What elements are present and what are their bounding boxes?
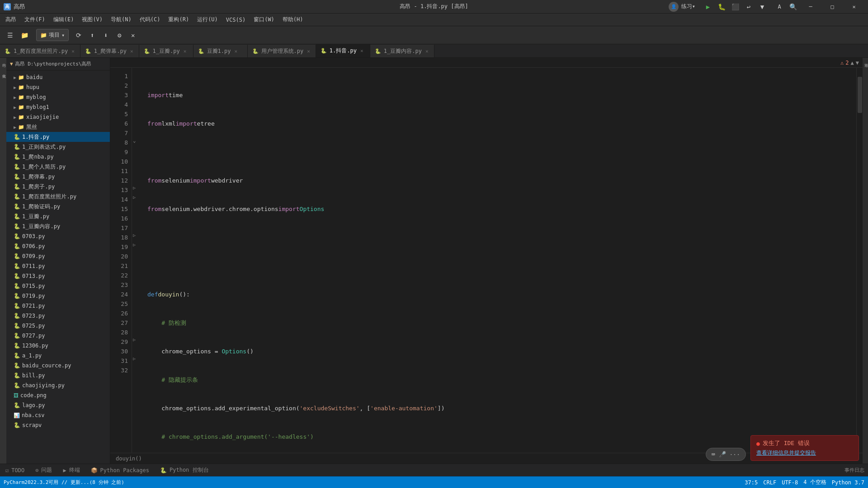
tree-file-0721[interactable]: 🐍 0721.py xyxy=(6,301,110,311)
tree-file-douyin[interactable]: 🐍 1.抖音.py xyxy=(6,132,110,142)
toolbar-practice-btn[interactable]: 练习▾ xyxy=(681,3,695,10)
collapse-btn[interactable]: ⬆ xyxy=(86,29,99,42)
tree-file-code-png[interactable]: 🖼 code.png xyxy=(6,390,110,400)
more-run-button[interactable]: ▼ xyxy=(756,0,769,13)
tree-folder-baidu[interactable]: ▶ 📁 baidu xyxy=(6,72,110,82)
search-button[interactable]: 🔍 xyxy=(787,0,799,13)
tab-close-2[interactable]: ✕ xyxy=(129,48,134,55)
minimize-button[interactable]: ─ xyxy=(800,0,821,14)
sync-btn[interactable]: ⟳ xyxy=(72,29,85,42)
tab-douban-content[interactable]: 🐍 1_豆瓣内容.py ✕ xyxy=(370,45,434,57)
tree-file-lago[interactable]: 🐍 lago.py xyxy=(6,400,110,410)
menu-navigate[interactable]: 导航(N) xyxy=(107,14,135,25)
menu-refactor[interactable]: 重构(R) xyxy=(165,14,193,25)
error-nav-down[interactable]: ▼ xyxy=(856,60,859,66)
settings-btn[interactable]: ⚙ xyxy=(113,29,126,42)
close-panel-btn[interactable]: ✕ xyxy=(127,29,139,42)
tree-folder-heisi[interactable]: ▶ 📁 黑丝 xyxy=(6,122,110,132)
maximize-button[interactable]: □ xyxy=(822,0,843,14)
bookmark-icon[interactable]: 收藏夹 xyxy=(0,70,7,72)
tab-close-3[interactable]: ✕ xyxy=(183,48,188,55)
tree-file-0706[interactable]: 🐍 0706.py xyxy=(6,241,110,251)
menu-vcs[interactable]: VCS(S) xyxy=(222,15,249,24)
structure-icon[interactable]: 结构 xyxy=(0,60,7,61)
bottom-tab-terminal[interactable]: ▶ 终端 xyxy=(57,464,85,477)
translate-button[interactable]: A xyxy=(773,0,786,13)
tree-file-baidu-black[interactable]: 🐍 1_爬百度黑丝照片.py xyxy=(6,192,110,202)
menu-window[interactable]: 窗口(W) xyxy=(250,14,278,25)
menu-code[interactable]: 代码(C) xyxy=(136,14,164,25)
tree-file-0709[interactable]: 🐍 0709.py xyxy=(6,251,110,261)
event-log-label[interactable]: 事件日志 xyxy=(844,467,864,474)
code-editor[interactable]: import time from lxml import etree from … xyxy=(140,68,856,453)
tree-file-nba-csv[interactable]: 📊 nba.csv xyxy=(6,410,110,420)
tab-douban1[interactable]: 🐍 豆瓣1.py ✕ xyxy=(193,45,248,57)
sidebar-toggle[interactable]: ☰ xyxy=(4,29,16,42)
debug-button[interactable]: 🐛 xyxy=(715,0,728,13)
tree-file-0711[interactable]: 🐍 0711.py xyxy=(6,261,110,271)
tree-file-0719[interactable]: 🐍 0719.py xyxy=(6,291,110,301)
menu-app[interactable]: 高昂 xyxy=(2,14,20,25)
tree-file-regex[interactable]: 🐍 1_正则表达式.py xyxy=(6,142,110,152)
tree-file-12306[interactable]: 🐍 12306.py xyxy=(6,341,110,351)
tree-file-danmu[interactable]: 🐍 1_爬弹幕.py xyxy=(6,172,110,182)
tree-folder-hupu[interactable]: ▶ 📁 hupu xyxy=(6,82,110,92)
tab-danmu[interactable]: 🐍 1_爬弹幕.py ✕ xyxy=(80,45,139,57)
folder-icon-btn[interactable]: 📁 xyxy=(18,29,31,42)
tree-file-douban-content[interactable]: 🐍 1_豆瓣内容.py xyxy=(6,221,110,231)
project-dropdown[interactable]: 📁 项目 ▾ xyxy=(36,29,69,41)
tab-crawl-black[interactable]: 🐍 1_爬百度黑丝照片.py ✕ xyxy=(0,45,80,57)
bottom-tab-python-packages[interactable]: 📦 Python Packages xyxy=(85,464,155,477)
menu-file[interactable]: 文件(F) xyxy=(21,14,49,25)
reload-button[interactable]: ↩ xyxy=(742,0,755,13)
tree-file-chaojiying[interactable]: 🐍 chaojiying.py xyxy=(6,380,110,390)
tab-user-mgmt[interactable]: 🐍 用户管理系统.py ✕ xyxy=(248,45,316,57)
tree-file-captcha[interactable]: 🐍 1_爬验证码.py xyxy=(6,202,110,211)
tab-close-1[interactable]: ✕ xyxy=(71,48,75,55)
tree-file-house[interactable]: 🐍 1_爬房子.py xyxy=(6,182,110,192)
notifications-sidebar[interactable]: 通知 xyxy=(862,60,868,61)
error-notification-text: 发生了 IDE 错误 xyxy=(763,439,810,447)
tree-file-0723[interactable]: 🐍 0723.py xyxy=(6,311,110,321)
tree-folder-myblog1[interactable]: ▶ 📁 myblog1 xyxy=(6,102,110,112)
menu-run[interactable]: 运行(U) xyxy=(193,14,222,25)
close-button[interactable]: ✕ xyxy=(844,0,864,14)
tree-file-scrapv[interactable]: 🐍 scrapv xyxy=(6,420,110,430)
tree-file-0725[interactable]: 🐍 0725.py xyxy=(6,321,110,331)
tab-close-5[interactable]: ✕ xyxy=(306,48,311,55)
coverage-button[interactable]: ⬛ xyxy=(729,0,741,13)
menu-view[interactable]: 视图(V) xyxy=(78,14,106,25)
run-button[interactable]: ▶ xyxy=(702,0,714,13)
tab-close-7[interactable]: ✕ xyxy=(425,48,429,55)
error-notification-link[interactable]: 查看详细信息并提交报告 xyxy=(756,449,853,457)
bottom-tab-problems[interactable]: ⊙ 问题 xyxy=(30,464,57,477)
bottom-tab-python-console[interactable]: 🐍 Python 控制台 xyxy=(155,464,214,477)
tree-file-0727[interactable]: 🐍 0727.py xyxy=(6,331,110,341)
voice-more-icon[interactable]: ··· xyxy=(730,451,740,458)
tree-file-bill[interactable]: 🐍 bill.py xyxy=(6,371,110,380)
tree-file-0715[interactable]: 🐍 0715.py xyxy=(6,281,110,291)
menu-help[interactable]: 帮助(H) xyxy=(279,14,307,25)
tab-close-6[interactable]: ✕ xyxy=(359,47,364,54)
tree-file-0713[interactable]: 🐍 0713.py xyxy=(6,271,110,281)
tree-file-0703[interactable]: 🐍 0703.py xyxy=(6,231,110,241)
tab-douyin[interactable]: 🐍 1.抖音.py ✕ xyxy=(316,44,370,57)
error-nav-up[interactable]: ▲ xyxy=(851,60,854,66)
tab-douban[interactable]: 🐍 1_豆瓣.py ✕ xyxy=(139,45,193,57)
microphone-icon[interactable]: 🎤 xyxy=(719,451,726,458)
fold-indicator-8[interactable]: ⌄ xyxy=(133,138,136,144)
minimap-scrollbar[interactable] xyxy=(856,68,863,453)
tree-file-baidu-course[interactable]: 🐍 baidu_cource.py xyxy=(6,361,110,371)
scroll-thumb[interactable] xyxy=(858,77,862,113)
tree-file-douban[interactable]: 🐍 1_豆瓣.py xyxy=(6,211,110,221)
tree-folder-myblog[interactable]: ▶ 📁 myblog xyxy=(6,92,110,102)
voice-icon[interactable]: ⌨ xyxy=(712,451,715,458)
tree-file-nba[interactable]: 🐍 1_爬nba.py xyxy=(6,152,110,162)
tab-close-4[interactable]: ✕ xyxy=(233,48,238,55)
tree-file-a1[interactable]: 🐍 a_1.py xyxy=(6,351,110,361)
tree-folder-xiaojiejie[interactable]: ▶ 📁 xiaojiejie xyxy=(6,112,110,122)
tree-file-resume[interactable]: 🐍 1_爬个人简历.py xyxy=(6,162,110,172)
expand-btn[interactable]: ⬇ xyxy=(99,29,112,42)
bottom-tab-todo[interactable]: ☑ TODO xyxy=(0,464,30,477)
menu-edit[interactable]: 编辑(E) xyxy=(50,14,78,25)
